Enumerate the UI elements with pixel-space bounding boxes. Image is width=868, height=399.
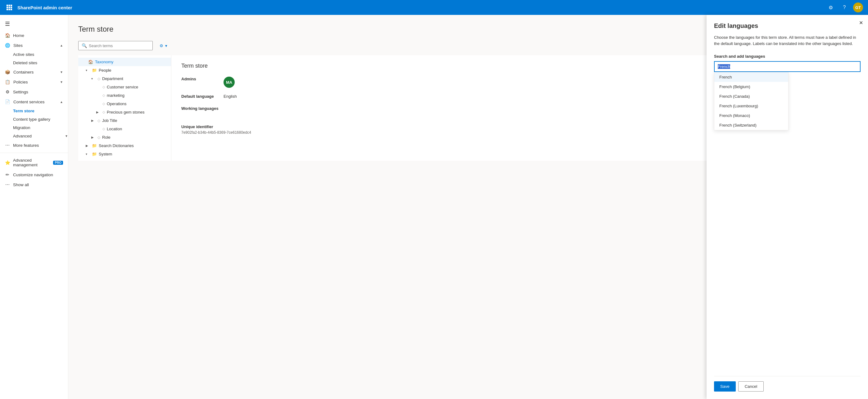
settings-icon[interactable]: ⚙ <box>826 2 836 12</box>
admin-avatar: MA <box>223 77 235 88</box>
lang-option-french-canada[interactable]: French (Canada) <box>714 92 788 101</box>
tree-item-search-dictionaries-label: Search Dictionaries <box>99 143 134 148</box>
sidebar-item-term-store[interactable]: Term store <box>13 107 68 115</box>
tree-item-location[interactable]: ◇ Location <box>78 125 171 133</box>
tree-item-taxonomy[interactable]: 🏠 Taxonomy ⋯ <box>78 58 171 66</box>
sidebar-item-customize-navigation-label: Customize navigation <box>13 172 53 177</box>
content-services-chevron: ▲ <box>60 100 63 104</box>
avatar[interactable]: GT <box>853 2 863 12</box>
sidebar-item-content-services-label: Content services <box>13 100 45 104</box>
svg-rect-7 <box>9 9 10 10</box>
sys-folder-icon: 📁 <box>92 152 97 156</box>
tree-item-people[interactable]: ▾ 📁 People ⋯ <box>78 66 171 74</box>
sidebar-item-home[interactable]: 🏠 Home <box>0 30 68 40</box>
tree-item-search-dictionaries[interactable]: ▶ 📁 Search Dictionaries ⋯ <box>78 141 171 150</box>
lang-option-french[interactable]: French <box>714 72 788 82</box>
tree-item-job-title-label: Job Title <box>102 118 117 123</box>
default-language-label: Default language <box>181 94 219 99</box>
sidebar-content-services-sub: Term store Content type gallery Migratio… <box>0 107 68 140</box>
sidebar-item-migration[interactable]: Migration <box>13 124 68 132</box>
lang-french-belgium-label: French (Belgium) <box>719 85 750 89</box>
search-input[interactable] <box>89 43 149 48</box>
tree-item-department[interactable]: ▾ ◇ Department <box>78 74 171 83</box>
pgs-chevron: ▶ <box>96 110 101 114</box>
sidebar-item-advanced-management[interactable]: ⭐ Advanced management PRO <box>0 156 68 170</box>
topbar-icons: ⚙ ? GT <box>826 2 863 12</box>
tree-item-job-title[interactable]: ▶ ◇ Job Title <box>78 117 171 125</box>
sidebar-item-deleted-sites[interactable]: Deleted sites <box>13 59 68 67</box>
cancel-button[interactable]: Cancel <box>738 381 764 392</box>
tree-item-role-label: Role <box>102 135 111 140</box>
pgs-term-icon: ◇ <box>102 110 105 114</box>
sidebar-item-active-sites[interactable]: Active sites <box>13 50 68 59</box>
advanced-management-icon: ⭐ <box>5 160 10 165</box>
sidebar-item-settings-label: Settings <box>13 90 28 94</box>
toolbar-dropdown-icon: ▾ <box>165 43 167 48</box>
lang-option-french-switzerland[interactable]: French (Switzerland) <box>714 121 788 130</box>
sidebar-item-containers[interactable]: 📦 Containers ▼ <box>0 67 68 77</box>
people-chevron: ▾ <box>86 69 90 72</box>
sys-chevron: ▾ <box>86 152 90 156</box>
lang-option-french-monaco[interactable]: French (Monaco) <box>714 111 788 121</box>
lang-french-luxembourg-label: French (Luxembourg) <box>719 104 758 108</box>
edit-languages-panel: ✕ Edit languages Choose the languages fo… <box>707 15 868 399</box>
panel-search-label: Search and add languages <box>714 54 861 59</box>
settings-nav-icon: ⚙ <box>5 89 10 94</box>
svg-rect-4 <box>9 7 10 8</box>
content-services-icon: 📄 <box>5 99 10 104</box>
layout: ☰ 🏠 Home 🌐 Sites ▲ Active sites Deleted … <box>0 15 868 399</box>
sidebar-item-settings[interactable]: ⚙ Settings <box>0 87 68 97</box>
tree-item-role[interactable]: ▶ ◇ Role <box>78 133 171 141</box>
tree-item-precious-gem-stones[interactable]: ▶ ◇ Precious gem stones <box>78 108 171 117</box>
tree-item-customer-service[interactable]: ◇ Customer service <box>78 83 171 91</box>
tree-item-operations[interactable]: ◇ Operations <box>78 100 171 108</box>
sidebar-item-advanced-label: Advanced <box>13 134 32 138</box>
panel-close-button[interactable]: ✕ <box>859 20 863 26</box>
topbar: SharePoint admin center ⚙ ? GT <box>0 0 868 15</box>
sidebar-item-content-services[interactable]: 📄 Content services ▲ <box>0 97 68 107</box>
svg-rect-0 <box>6 5 8 6</box>
search-box[interactable]: 🔍 <box>78 41 153 50</box>
sidebar-item-advanced[interactable]: Advanced ▼ <box>13 132 68 140</box>
sidebar-hamburger[interactable]: ☰ <box>0 18 68 30</box>
tree-item-taxonomy-label: Taxonomy <box>95 60 113 64</box>
sidebar-item-more-features[interactable]: ⋯ More features <box>0 140 68 150</box>
app-title: SharePoint admin center <box>18 5 822 10</box>
tree-item-operations-label: Operations <box>107 101 127 106</box>
tree-item-system[interactable]: ▾ 📁 System ✕ <box>78 150 171 158</box>
role-term-icon: ◇ <box>97 135 100 140</box>
tree-panel: 🏠 Taxonomy ⋯ ▾ 📁 People ⋯ ▾ ◇ Department <box>78 55 172 161</box>
save-button[interactable]: Save <box>714 381 736 392</box>
tree-item-marketing[interactable]: ◇ marketing <box>78 91 171 100</box>
lang-search-input[interactable] <box>714 61 861 72</box>
sidebar-item-sites[interactable]: 🌐 Sites ▲ <box>0 40 68 50</box>
tree-item-customer-service-label: Customer service <box>107 85 138 89</box>
people-folder-icon: 📁 <box>92 68 97 73</box>
pro-badge: PRO <box>53 161 63 165</box>
sidebar-item-active-sites-label: Active sites <box>13 52 34 57</box>
department-chevron: ▾ <box>91 77 96 80</box>
sd-chevron: ▶ <box>86 144 90 147</box>
sidebar-item-customize-navigation[interactable]: ✏ Customize navigation <box>0 170 68 180</box>
sites-chevron: ▲ <box>60 44 63 47</box>
taxonomy-house-icon: 🏠 <box>88 60 93 64</box>
lang-option-french-belgium[interactable]: French (Belgium) <box>714 82 788 92</box>
toolbar-settings-icon: ⚙ <box>160 43 163 48</box>
sidebar-item-home-label: Home <box>13 33 24 38</box>
working-languages-label: Working languages <box>181 106 219 111</box>
sidebar-item-policies[interactable]: 📋 Policies ▼ <box>0 77 68 87</box>
sidebar-item-show-all[interactable]: ⋯ Show all <box>0 180 68 190</box>
sidebar-item-migration-label: Migration <box>13 125 30 130</box>
sidebar-item-advanced-management-label: Advanced management <box>13 158 49 167</box>
sidebar-item-containers-label: Containers <box>13 70 34 74</box>
sidebar-item-sites-label: Sites <box>13 43 23 48</box>
svg-rect-2 <box>10 5 12 6</box>
home-icon: 🏠 <box>5 33 10 38</box>
policies-icon: 📋 <box>5 79 10 85</box>
sidebar-item-content-type-gallery[interactable]: Content type gallery <box>13 115 68 124</box>
panel-title: Edit languages <box>714 22 861 30</box>
lang-option-french-luxembourg[interactable]: French (Luxembourg) <box>714 101 788 111</box>
settings-button[interactable]: ⚙ ▾ <box>156 41 170 50</box>
waffle-icon[interactable] <box>5 3 14 12</box>
help-icon[interactable]: ? <box>839 2 849 12</box>
